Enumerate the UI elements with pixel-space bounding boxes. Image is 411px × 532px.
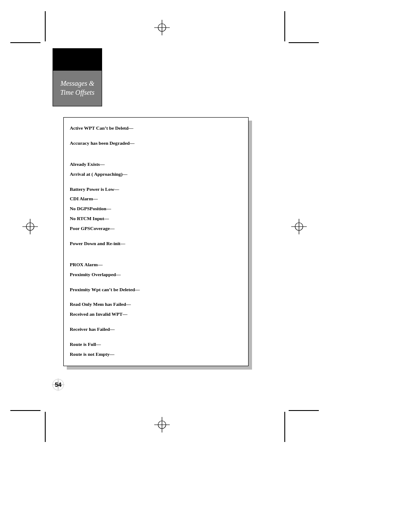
message-item: Already Exists— <box>70 162 242 167</box>
message-item: Read Only Mem has Failed— <box>70 302 242 307</box>
message-item: Arrival at ( Approaching)— <box>70 171 242 177</box>
tab-black-header <box>53 48 102 71</box>
register-mark-icon <box>291 219 307 234</box>
tab-title-line: Messages & <box>60 79 94 88</box>
message-item: PROX Alarm— <box>70 262 242 268</box>
message-item: Route is not Empty— <box>70 352 242 357</box>
crop-mark <box>289 410 319 411</box>
crop-mark <box>289 42 319 43</box>
message-item: Active WPT Can’t be Deletd— <box>70 125 242 131</box>
message-item: Power Down and Re-init— <box>70 241 242 246</box>
message-item: Proximity Overlapped— <box>70 272 242 277</box>
crop-mark <box>45 412 46 442</box>
message-item: Received an Invalid WPT— <box>70 311 242 317</box>
message-item: Accuracy has been Degraded— <box>70 140 242 146</box>
page: Messages & Time Offsets Active WPT Can’t… <box>0 0 411 532</box>
message-item: Proximity Wpt can’t be Deleted— <box>70 287 242 292</box>
message-item: No RTCM Input— <box>70 216 242 221</box>
message-item: Route is Full— <box>70 342 242 347</box>
section-tab: Messages & Time Offsets <box>53 48 102 106</box>
register-mark-icon <box>154 20 170 35</box>
register-mark-icon <box>22 219 38 234</box>
message-item: Battery Power is Low— <box>70 187 242 192</box>
page-number-badge: 54 <box>51 377 65 392</box>
tab-title-line: Time Offsets <box>60 88 95 97</box>
messages-list: Active WPT Can’t be Deletd— Accuracy has… <box>63 117 249 366</box>
crop-mark <box>45 11 46 41</box>
message-item: No DGPSPosition— <box>70 206 242 212</box>
crop-mark <box>10 410 40 411</box>
page-number: 54 <box>55 381 62 388</box>
message-item: Poor GPSCoverage— <box>70 226 242 231</box>
tab-title-box: Messages & Time Offsets <box>53 71 102 106</box>
crop-mark <box>10 42 40 43</box>
message-item: Receiver has Failed— <box>70 327 242 332</box>
crop-mark <box>284 11 285 41</box>
crop-mark <box>284 412 285 442</box>
message-item: CDI Alarm— <box>70 196 242 202</box>
register-mark-icon <box>154 417 170 432</box>
